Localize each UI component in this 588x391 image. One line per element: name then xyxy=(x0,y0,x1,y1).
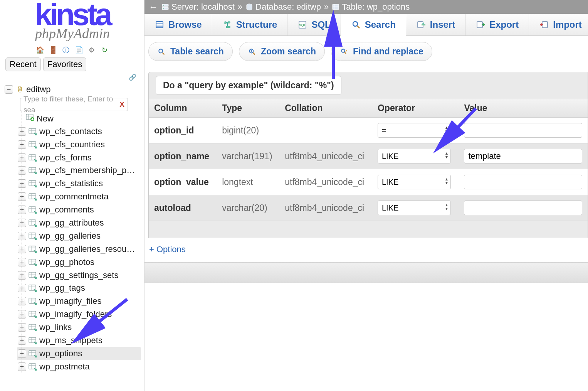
crumb-table[interactable]: Table: wp_options xyxy=(332,2,410,12)
expand-icon[interactable]: + xyxy=(18,153,26,162)
sidebar-table-wp-comments[interactable]: +wp_comments xyxy=(17,203,141,216)
th-operator: Operator xyxy=(372,99,459,118)
sidebar-table-wp-gg-photos[interactable]: +wp_gg_photos xyxy=(17,256,141,269)
cell-type: bigint(20) xyxy=(217,118,279,143)
expand-icon[interactable]: + xyxy=(18,349,26,358)
table-name: wp_gg_photos xyxy=(39,256,94,268)
sidebar-table-wp-gg-galleries-resources[interactable]: +wp_gg_galleries_resources xyxy=(17,243,141,256)
table-icon xyxy=(29,349,37,358)
crumb-database[interactable]: Database: editwp xyxy=(245,2,321,12)
sidebar-table-wp-cfs-statistics[interactable]: +wp_cfs_statistics xyxy=(17,177,141,190)
operator-select[interactable]: LIKE xyxy=(378,201,451,215)
operator-select[interactable]: = xyxy=(378,123,451,138)
collapse-icon[interactable]: 🔗 xyxy=(4,74,141,81)
svg-rect-61 xyxy=(162,4,168,7)
value-input[interactable] xyxy=(464,123,582,138)
subtab-table-search[interactable]: Table search xyxy=(148,42,233,61)
sidebar-table-wp-links[interactable]: +wp_links xyxy=(17,321,141,334)
db-tree: − 🛢 editwp Type to filter these, Enter t… xyxy=(4,81,141,373)
value-input[interactable] xyxy=(464,201,582,215)
sidebar-table-wp-gg-settings-sets[interactable]: +wp_gg_settings_sets xyxy=(17,269,141,282)
expand-icon[interactable]: + xyxy=(18,166,26,175)
crumb-server[interactable]: Server: localhost xyxy=(161,2,235,12)
sidebar-table-wp-ms-snippets[interactable]: +wp_ms_snippets xyxy=(17,334,141,347)
expand-icon[interactable]: + xyxy=(18,297,26,305)
value-input[interactable] xyxy=(464,175,582,189)
sidebar-table-wp-gg-attributes[interactable]: +wp_gg_attributes xyxy=(17,216,141,229)
insert-icon xyxy=(416,20,426,30)
expand-icon[interactable]: + xyxy=(18,362,26,371)
expand-icon[interactable]: + xyxy=(18,336,26,345)
th-column: Column xyxy=(149,99,217,118)
expand-icon[interactable]: + xyxy=(18,271,26,280)
table-icon xyxy=(29,127,37,136)
sidebar-table-wp-imagify-folders[interactable]: +wp_imagify_folders xyxy=(17,308,141,321)
favorites-tab[interactable]: Favorites xyxy=(43,57,86,71)
subtab-find-replace[interactable]: Find and replace xyxy=(331,42,432,61)
tab-structure[interactable]: Structure xyxy=(212,14,288,35)
home-icon[interactable]: 🏠 xyxy=(36,46,44,54)
sidebar-table-wp-postmeta[interactable]: +wp_postmeta xyxy=(17,360,141,373)
tab-export[interactable]: Export xyxy=(465,14,529,35)
export-icon xyxy=(475,20,486,30)
info-icon[interactable]: ⓘ xyxy=(62,46,70,54)
tab-search[interactable]: Search xyxy=(341,14,406,35)
expand-icon[interactable]: + xyxy=(18,140,26,149)
operator-select[interactable]: LIKE xyxy=(378,175,451,189)
sidebar-table-wp-commentmeta[interactable]: +wp_commentmeta xyxy=(17,190,141,203)
table-icon xyxy=(332,3,339,11)
expand-icon[interactable]: + xyxy=(18,179,26,188)
value-input[interactable] xyxy=(464,149,582,163)
table-icon xyxy=(29,310,37,319)
table-icon xyxy=(29,284,37,292)
gear-icon[interactable]: ⚙ xyxy=(87,46,96,54)
expand-icon[interactable]: + xyxy=(18,310,26,319)
recent-tab[interactable]: Recent xyxy=(5,57,41,71)
expand-icon[interactable]: + xyxy=(18,323,26,332)
mini-toolbar: 🏠 🚪 ⓘ 📄 ⚙ ↻ xyxy=(4,46,141,54)
cell-operator: LIKE▴▾ xyxy=(372,169,459,195)
sidebar-table-wp-cfs-countries[interactable]: +wp_cfs_countries xyxy=(17,138,141,151)
structure-icon xyxy=(222,20,232,30)
sidebar-table-wp-cfs-contacts[interactable]: +wp_cfs_contacts xyxy=(17,125,141,138)
th-type: Type xyxy=(217,99,279,118)
tab-browse[interactable]: Browse xyxy=(144,14,212,35)
tab-insert[interactable]: Insert xyxy=(406,14,465,35)
operator-select[interactable]: LIKE xyxy=(378,149,451,163)
sidebar-table-wp-cfs-membership-prese[interactable]: +wp_cfs_membership_prese xyxy=(17,164,141,177)
cell-value xyxy=(459,118,588,143)
sidebar: Kinsta phpMyAdmin 🏠 🚪 ⓘ 📄 ⚙ ↻ Recent Fav… xyxy=(0,0,144,391)
reload-icon[interactable]: ↻ xyxy=(101,46,109,54)
svg-point-75 xyxy=(353,22,358,26)
tab-import[interactable]: Import xyxy=(529,14,588,35)
sidebar-table-wp-options[interactable]: +wp_options xyxy=(17,347,141,360)
expand-icon[interactable]: + xyxy=(18,206,26,214)
sidebar-table-wp-imagify-files[interactable]: +wp_imagify_files xyxy=(17,295,141,308)
clear-filter-icon[interactable]: X xyxy=(119,99,124,110)
expand-icon[interactable]: + xyxy=(18,245,26,253)
options-toggle[interactable]: + Options xyxy=(144,238,588,258)
table-icon xyxy=(29,258,37,266)
table-icon xyxy=(29,245,37,253)
cell-collation: utf8mb4_unicode_ci xyxy=(279,143,372,169)
expand-icon[interactable]: + xyxy=(18,232,26,240)
sidebar-table-wp-gg-galleries[interactable]: +wp_gg_galleries xyxy=(17,229,141,243)
subtab-zoom-search[interactable]: Zoom search xyxy=(239,42,325,61)
expand-icon[interactable]: + xyxy=(18,219,26,227)
expand-icon[interactable]: + xyxy=(18,258,26,266)
expand-icon[interactable]: + xyxy=(18,192,26,201)
doc-icon[interactable]: 📄 xyxy=(75,46,83,54)
collapse-db-icon[interactable]: − xyxy=(5,85,13,94)
sidebar-table-wp-cfs-forms[interactable]: +wp_cfs_forms xyxy=(17,151,141,164)
footer-bar xyxy=(144,262,588,283)
back-icon[interactable]: ← xyxy=(148,2,158,12)
server-icon xyxy=(161,3,169,11)
sidebar-table-wp-gg-tags[interactable]: +wp_gg_tags xyxy=(17,281,141,295)
exit-icon[interactable]: 🚪 xyxy=(49,46,57,54)
expand-icon[interactable]: + xyxy=(18,127,26,136)
tab-sql[interactable]: SQL SQL xyxy=(287,14,341,35)
cell-column: autoload xyxy=(149,195,217,221)
browse-icon xyxy=(155,20,165,30)
expand-icon[interactable]: + xyxy=(18,284,26,292)
table-filter-input[interactable]: Type to filter these, Enter to sea X xyxy=(20,98,128,111)
